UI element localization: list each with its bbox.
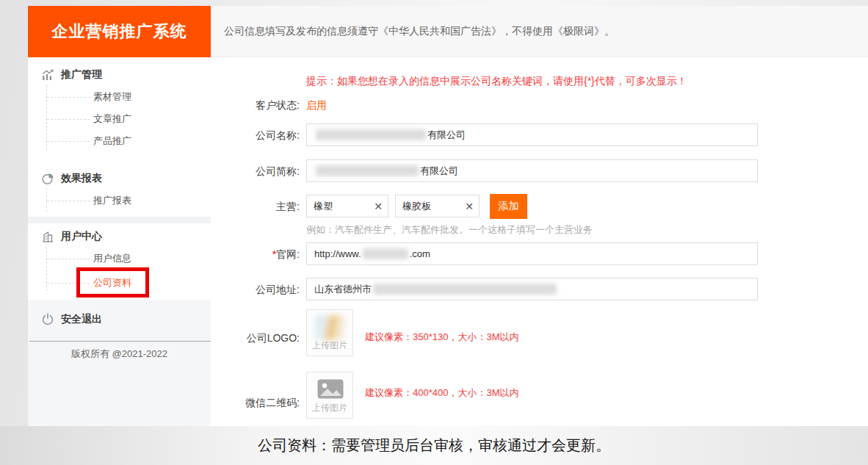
sidebar-item-logout[interactable]: 安全退出: [28, 311, 211, 328]
status-label: 客户状态:: [211, 99, 300, 112]
sidebar-divider: [29, 341, 211, 342]
sidebar-item-label: 公司资料: [93, 277, 131, 288]
company-profile-form: 提示：如果您想在录入的信息中展示公司名称关键词，请使用{*}代替，可多次显示！ …: [211, 57, 868, 426]
sidebar-item-userinfo[interactable]: 用户信息: [28, 250, 211, 267]
company-name-input[interactable]: 有限公司: [306, 123, 758, 146]
company-short-input[interactable]: 有限公司: [306, 159, 758, 182]
qr-upload-button[interactable]: 上传图片: [306, 372, 353, 419]
website-prefix: http://www.: [314, 248, 361, 259]
address-input[interactable]: 山东省德州市: [306, 278, 758, 300]
sidebar-item-product[interactable]: 产品推广: [28, 133, 211, 149]
sidebar-group-label[interactable]: 效果报表: [61, 172, 102, 185]
address-label: 公司地址:: [211, 284, 300, 297]
sidebar-group-promotion: 推广管理: [28, 66, 211, 84]
clear-icon[interactable]: ✕: [374, 201, 383, 212]
notice-bar: 公司信息填写及发布的信息须遵守《中华人民共和国广告法》，不得使用《极限词》。: [211, 6, 868, 57]
caption-band: 公司资料：需要管理员后台审核，审核通过才会更新。: [0, 426, 868, 465]
caption-text: 公司资料：需要管理员后台审核，审核通过才会更新。: [258, 436, 610, 455]
clear-icon[interactable]: ✕: [465, 201, 474, 212]
copyright-text: 版权所有 @2021-2022: [28, 347, 211, 361]
upload-text: 上传图片: [307, 402, 352, 414]
app-title: 企业营销推广系统: [28, 6, 211, 57]
add-button[interactable]: 添加: [490, 194, 527, 219]
sidebar-item-label: 素材管理: [93, 91, 131, 102]
website-suffix: .com: [410, 248, 430, 259]
main-business-label: 主营:: [211, 201, 300, 214]
upload-text: 上传图片: [307, 339, 352, 352]
redacted-text: [373, 284, 557, 295]
company-name-suffix: 有限公司: [427, 129, 466, 142]
pie-chart-icon: [40, 170, 56, 187]
sidebar-item-label: 文章推广: [93, 113, 131, 124]
sidebar-item-label: 用户信息: [93, 253, 131, 264]
qr-label: 微信二维码:: [211, 397, 300, 410]
business-hint: 例如：汽车配件生产、汽车配件批发。一个这格子填写一个主营业务: [306, 223, 593, 237]
building-icon: [40, 228, 56, 245]
address-prefix: 山东省德州市: [314, 283, 372, 296]
logo-label: 公司LOGO:: [211, 332, 300, 345]
company-name-label: 公司名称:: [211, 129, 300, 143]
company-short-suffix: 有限公司: [420, 165, 458, 178]
sidebar-item-label: 推广报表: [93, 195, 131, 206]
sidebar-item-label: 产品推广: [93, 135, 131, 146]
power-icon: [40, 311, 56, 327]
form-tip: 提示：如果您想在录入的信息中展示公司名称关键词，请使用{*}代替，可多次显示！: [306, 75, 687, 88]
business-tag-input-2[interactable]: 橡胶板 ✕: [395, 195, 480, 217]
sidebar-group-gap: [28, 217, 211, 223]
image-placeholder-icon: [317, 379, 344, 402]
website-label: *官网:: [211, 248, 300, 262]
sidebar-group-label[interactable]: 用户中心: [61, 230, 102, 243]
logo-preview-blurred: [316, 315, 345, 340]
sidebar-item-material[interactable]: 素材管理: [28, 89, 211, 105]
logout-label: 安全退出: [61, 313, 102, 326]
website-input[interactable]: http://www..com: [306, 242, 758, 265]
company-short-label: 公司简称:: [211, 165, 300, 179]
tag-value: 橡胶板: [402, 200, 431, 213]
qr-size-hint: 建议像素：400*400，大小：3M以内: [365, 386, 519, 400]
sidebar-group-usercenter: 用户中心: [28, 228, 211, 245]
logo-size-hint: 建议像素：350*130，大小：3M以内: [365, 331, 519, 344]
sidebar-item-company-profile[interactable]: 公司资料: [28, 275, 211, 291]
sidebar-item-article[interactable]: 文章推广: [28, 111, 211, 127]
redacted-text: [316, 165, 419, 176]
notice-text: 公司信息填写及发布的信息须遵守《中华人民共和国广告法》，不得使用《极限词》。: [224, 25, 615, 38]
website-label-text: 官网:: [276, 248, 300, 260]
redacted-text: [316, 129, 426, 140]
business-tag-input-1[interactable]: 橡塑 ✕: [306, 195, 388, 217]
redacted-text: [363, 248, 408, 259]
tag-value: 橡塑: [314, 200, 333, 213]
sidebar-group-label[interactable]: 推广管理: [61, 68, 102, 82]
sidebar-group-reports: 效果报表: [28, 170, 211, 187]
sidebar-item-report[interactable]: 推广报表: [28, 192, 211, 209]
logo-upload-button[interactable]: 上传图片: [306, 309, 353, 356]
status-value: 启用: [306, 99, 327, 112]
sidebar: 推广管理 素材管理 文章推广 产品推广 效果报表 推广报表 用户中心 用户信息: [28, 57, 211, 426]
trend-chart-icon: [40, 67, 56, 83]
